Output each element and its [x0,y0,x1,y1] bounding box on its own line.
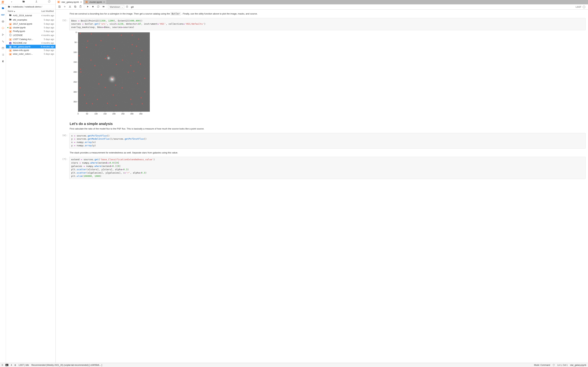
cut-button[interactable] [68,5,72,9]
code-cell[interactable]: [7]: extend = sources.get('base_Classifi… [58,157,586,179]
new-folder-button[interactable] [21,0,26,4]
svg-rect-155 [96,62,96,63]
paste-button[interactable] [78,5,83,9]
svg-rect-2482 [87,104,87,104]
refresh-button[interactable] [47,0,52,4]
svg-rect-1363 [141,58,141,58]
new-launcher-button[interactable]: + [10,0,13,3]
svg-rect-1521 [86,57,86,57]
folder-icon[interactable] [1,7,5,10]
svg-rect-1489 [95,77,95,78]
file-row[interactable]: ▣token-info.ipynb5 days ago [6,48,55,52]
svg-rect-1233 [105,90,105,91]
svg-rect-1725 [95,88,96,88]
markdown-cell[interactable]: Let's do a simple analysis First calcula… [58,118,586,132]
svg-rect-634 [84,98,84,98]
git-icon[interactable] [1,33,5,36]
hdf5-icon[interactable]: HDF [1,13,5,17]
breadcrumb[interactable]: / notebooks / notebook-demo / [6,4,55,9]
restart-button[interactable] [96,5,101,9]
notebook-body[interactable]: First we construct a bounding box for a … [56,10,588,363]
svg-rect-1654 [119,52,119,52]
svg-rect-1845 [149,85,150,86]
svg-rect-104 [102,80,102,80]
code-input[interactable]: x = sources.getPsfInstFlux() y = sources… [69,133,586,149]
close-icon[interactable]: × [104,1,105,3]
tab-cluster-ipynb[interactable]: ▣cluster.ipynb× [84,0,107,4]
status-left-0[interactable]: 0 [2,364,3,366]
tab-star_galaxy-ipynb[interactable]: ▣star_galaxy.ipynb× [56,0,84,4]
svg-rect-793 [106,99,106,99]
file-row[interactable]: ▣Firefly.ipynb5 days ago [6,29,55,33]
svg-rect-2357 [107,35,107,35]
code-input[interactable]: bbox = Box2I(Point2I(1350, 1200), Extent… [69,18,586,30]
kernel-status[interactable]: LSST | Idle [18,364,29,366]
svg-rect-695 [94,42,94,42]
svg-rect-1388 [144,92,144,93]
terminal-icon[interactable] [1,20,5,23]
svg-rect-2228 [94,91,94,91]
breadcrumb-path[interactable]: / notebooks / notebook-demo / [11,5,42,8]
svg-rect-2152 [149,42,149,42]
modified-column-header[interactable]: Last Modified [41,10,54,12]
file-row[interactable]: ▣star_galaxy.ipynb6 minutes ago [6,45,55,48]
svg-rect-1541 [121,97,121,97]
svg-rect-603 [96,65,96,65]
file-row[interactable]: ▣2017_tutorial.ipynb5 days ago [6,22,55,26]
svg-rect-2426 [124,58,125,58]
env-status[interactable]: Recommended (Weekly 2021_20) (sciplat-la… [31,364,102,366]
list-icon[interactable] [1,53,5,57]
svg-rect-1945 [95,40,95,41]
gears-icon[interactable] [1,40,5,43]
svg-rect-492 [147,71,147,72]
svg-rect-234 [130,74,130,74]
file-row[interactable]: LICENSE4 months ago [6,33,55,37]
svg-rect-1351 [127,90,128,90]
svg-rect-709 [102,51,102,51]
svg-rect-2055 [131,69,131,69]
svg-rect-542 [107,100,107,100]
file-row[interactable]: efd_examples5 days ago [6,18,55,22]
status-count[interactable]: 4 [11,364,12,366]
run-all-button[interactable] [101,5,106,9]
file-row[interactable]: AAS_2019_tutorial4 months ago [6,13,55,18]
file-row[interactable]: ▣LSST Catalog Acc...5 days ago [6,37,55,41]
git-button[interactable]: git [130,5,135,9]
extensions-icon[interactable] [1,60,5,63]
code-cell[interactable]: [5]: bbox = Box2I(Point2I(1350, 1200), E… [58,18,586,117]
add-cell-button[interactable] [62,5,67,9]
timer-icon[interactable] [125,5,130,9]
close-icon[interactable]: × [80,1,82,3]
palette-icon[interactable] [1,26,5,30]
svg-rect-2451 [89,55,89,55]
svg-rect-557 [149,53,149,53]
svg-rect-1822 [80,35,80,35]
name-column-header[interactable]: Name ▴ [8,10,41,12]
stop-button[interactable] [90,5,95,9]
svg-rect-151 [142,34,142,34]
upload-button[interactable] [34,0,39,4]
cell-type-selector[interactable]: Markdown [108,5,124,9]
svg-rect-1384 [82,100,82,101]
svg-rect-1558 [128,54,128,54]
file-row[interactable]: ▣wise_color_color.i...5 days ago [6,52,55,56]
status-circle-icon[interactable]: ⊕ [14,364,16,366]
shield-icon[interactable] [553,364,555,366]
code-input[interactable]: extend = sources.get('base_Classificatio… [69,157,586,179]
kernel-name[interactable]: LSST [576,6,581,8]
svg-rect-1008 [133,97,133,97]
terminals-status[interactable]: ≥_ [5,364,9,366]
file-row[interactable]: MREADME.md4 months ago [6,41,55,45]
kernel-status-icon[interactable] [583,6,585,8]
save-button[interactable] [57,5,62,9]
run-button[interactable] [85,5,90,9]
markdown-cell[interactable]: First we construct a bounding box for a … [58,11,586,17]
svg-rect-531 [79,67,79,67]
code-cell[interactable]: [6]: x = sources.getPsfInstFlux() y = so… [58,133,586,149]
svg-rect-2282 [99,69,99,69]
file-row[interactable]: ▣cluster.ipynb5 days ago [6,26,55,29]
svg-rect-1107 [127,103,127,103]
copy-button[interactable] [73,5,78,9]
window-icon[interactable] [1,46,5,50]
markdown-cell[interactable]: The stack provides a measurement for ext… [58,150,586,156]
